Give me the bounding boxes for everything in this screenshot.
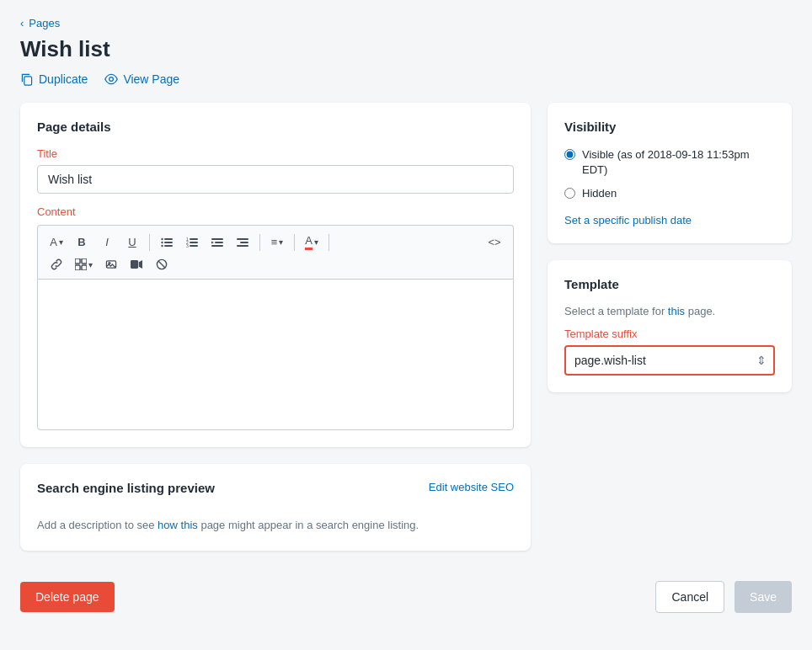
image-icon bbox=[105, 258, 117, 270]
page-details-card: Page details Title Content A ▾ B I bbox=[20, 103, 531, 447]
table-button[interactable]: ▾ bbox=[70, 255, 98, 274]
toolbar-separator-3 bbox=[294, 234, 295, 251]
page-footer: Delete page Cancel Save bbox=[20, 571, 792, 613]
svg-rect-15 bbox=[215, 242, 223, 243]
template-card: Template Select a template for this page… bbox=[548, 260, 792, 392]
svg-point-5 bbox=[161, 237, 163, 239]
suffix-label: Template suffix bbox=[564, 328, 775, 340]
template-this-link[interactable]: this bbox=[668, 305, 685, 317]
indent-icon bbox=[237, 237, 248, 248]
cancel-button[interactable]: Cancel bbox=[655, 581, 724, 613]
outdent-icon bbox=[211, 237, 223, 248]
content-label: Content bbox=[37, 205, 514, 218]
svg-rect-20 bbox=[75, 258, 80, 264]
delete-page-button[interactable]: Delete page bbox=[20, 582, 115, 612]
breadcrumb[interactable]: ‹ Pages bbox=[20, 17, 792, 29]
svg-rect-3 bbox=[164, 242, 173, 243]
image-button[interactable] bbox=[99, 255, 123, 274]
indent-button[interactable] bbox=[231, 233, 254, 252]
save-button[interactable]: Save bbox=[735, 581, 792, 613]
video-icon bbox=[131, 258, 142, 270]
block-icon bbox=[156, 258, 168, 270]
view-page-button[interactable]: View Page bbox=[104, 72, 179, 86]
ordered-list-icon: 1 2 3 bbox=[186, 237, 198, 248]
breadcrumb-label: Pages bbox=[29, 17, 60, 29]
back-arrow-icon: ‹ bbox=[20, 17, 24, 29]
visible-label: Visible (as of 2018-09-18 11:53pm EDT) bbox=[582, 147, 775, 178]
visible-option: Visible (as of 2018-09-18 11:53pm EDT) bbox=[564, 147, 775, 178]
svg-rect-2 bbox=[164, 238, 173, 240]
align-button[interactable]: ≡ ▾ bbox=[265, 232, 289, 252]
seo-description: Add a description to see how this page m… bbox=[37, 517, 514, 534]
link-button[interactable] bbox=[45, 255, 68, 274]
toolbar-row-1: A ▾ B I U bbox=[45, 231, 506, 253]
svg-rect-14 bbox=[211, 238, 223, 240]
svg-rect-0 bbox=[24, 77, 32, 85]
content-editor[interactable] bbox=[37, 279, 514, 430]
toolbar-separator-4 bbox=[329, 234, 329, 251]
svg-rect-4 bbox=[164, 245, 173, 247]
template-description: Select a template for this page. bbox=[564, 305, 775, 317]
toolbar-row-2: ▾ bbox=[45, 255, 506, 274]
title-input[interactable] bbox=[37, 165, 514, 194]
underline-button[interactable]: U bbox=[120, 232, 144, 252]
svg-rect-8 bbox=[190, 238, 198, 240]
publish-date-link[interactable]: Set a specific publish date bbox=[564, 214, 692, 226]
title-label: Title bbox=[37, 147, 514, 160]
visibility-card: Visibility Visible (as of 2018-09-18 11:… bbox=[548, 103, 792, 243]
hidden-label: Hidden bbox=[582, 186, 617, 201]
page-title: Wish list bbox=[20, 36, 792, 62]
font-selector-button[interactable]: A ▾ bbox=[45, 232, 68, 252]
svg-rect-22 bbox=[75, 265, 80, 270]
main-layout: Page details Title Content A ▾ B I bbox=[20, 103, 792, 551]
seo-card-header: Search engine listing preview Edit websi… bbox=[37, 481, 514, 509]
edit-seo-link[interactable]: Edit website SEO bbox=[429, 481, 514, 493]
link-icon bbox=[51, 258, 62, 270]
page-details-title: Page details bbox=[37, 120, 514, 134]
toolbar-separator-1 bbox=[149, 234, 150, 251]
video-button[interactable] bbox=[125, 255, 148, 274]
left-column: Page details Title Content A ▾ B I bbox=[20, 103, 531, 551]
seo-card: Search engine listing preview Edit websi… bbox=[20, 464, 531, 551]
hidden-radio[interactable] bbox=[564, 188, 575, 199]
unordered-list-button[interactable] bbox=[155, 233, 179, 252]
svg-rect-19 bbox=[237, 245, 248, 247]
suffix-select-wrapper: page.wish-list page.contact page.faq pag… bbox=[564, 345, 775, 376]
block-button[interactable] bbox=[150, 255, 174, 274]
svg-rect-18 bbox=[240, 242, 248, 243]
editor-toolbar: A ▾ B I U bbox=[37, 225, 514, 279]
svg-rect-23 bbox=[82, 265, 87, 270]
footer-actions: Cancel Save bbox=[655, 581, 792, 613]
duplicate-icon bbox=[20, 72, 34, 86]
seo-how-link[interactable]: how this bbox=[158, 519, 198, 531]
svg-rect-16 bbox=[211, 245, 223, 247]
hidden-option: Hidden bbox=[564, 186, 775, 201]
template-title: Template bbox=[564, 277, 775, 291]
suffix-select[interactable]: page.wish-list page.contact page.faq pag… bbox=[566, 347, 773, 374]
duplicate-button[interactable]: Duplicate bbox=[20, 72, 88, 86]
toolbar-separator-2 bbox=[259, 234, 260, 251]
right-column: Visibility Visible (as of 2018-09-18 11:… bbox=[548, 103, 792, 551]
seo-card-title: Search engine listing preview bbox=[37, 481, 215, 495]
svg-point-6 bbox=[161, 241, 163, 242]
font-color-button[interactable]: A ▾ bbox=[300, 231, 323, 253]
svg-rect-17 bbox=[237, 238, 248, 240]
bold-button[interactable]: B bbox=[70, 232, 93, 252]
svg-rect-9 bbox=[190, 242, 198, 243]
outdent-button[interactable] bbox=[206, 233, 229, 252]
svg-rect-26 bbox=[131, 260, 138, 269]
eye-icon bbox=[104, 72, 118, 86]
html-button[interactable]: <> bbox=[483, 232, 506, 252]
page-actions: Duplicate View Page bbox=[20, 72, 792, 86]
svg-line-28 bbox=[158, 261, 165, 268]
svg-point-1 bbox=[110, 77, 114, 82]
italic-button[interactable]: I bbox=[95, 232, 119, 252]
visible-radio[interactable] bbox=[564, 149, 575, 160]
svg-rect-21 bbox=[82, 258, 87, 264]
unordered-list-icon bbox=[161, 237, 173, 248]
ordered-list-button[interactable]: 1 2 3 bbox=[180, 233, 204, 252]
svg-text:3: 3 bbox=[186, 243, 189, 248]
table-icon bbox=[75, 258, 87, 270]
visibility-title: Visibility bbox=[564, 120, 775, 134]
svg-point-7 bbox=[161, 244, 163, 246]
